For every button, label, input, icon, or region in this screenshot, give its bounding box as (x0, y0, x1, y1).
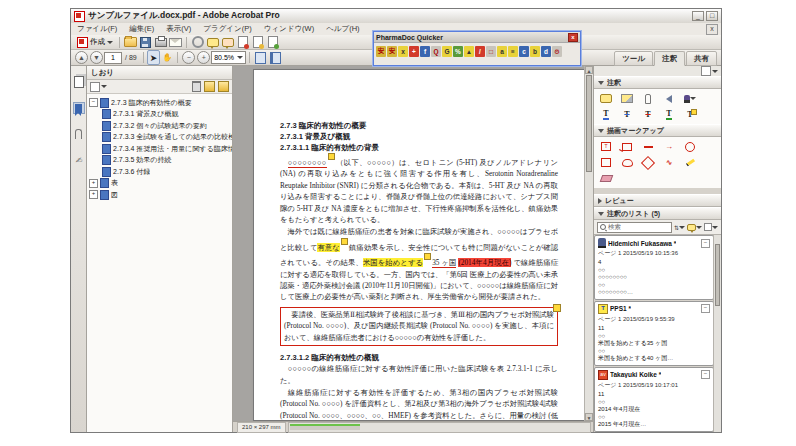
menu-help[interactable]: ヘルプ(H) (320, 24, 365, 34)
rectangle-annotation[interactable]: 要請後、医薬品第Ⅱ相試験終了後相談に基づき、第Ⅲ相の国内プラセボ対照試験 (Pr… (280, 307, 558, 346)
pharmadoc-icon-12[interactable]: a (497, 46, 507, 57)
single-page-view-icon[interactable] (254, 52, 267, 64)
maximize-button[interactable]: □ (706, 11, 718, 21)
collapse-comment-button[interactable]: − (701, 370, 710, 379)
new-bookmark-icon[interactable] (204, 81, 215, 92)
tab-tools[interactable]: ツール (614, 51, 653, 66)
panel-options-button[interactable] (701, 66, 718, 76)
note-marker-icon[interactable] (553, 304, 561, 312)
pharmadoc-icon-16[interactable]: d (541, 46, 551, 57)
note-marker-icon[interactable] (328, 153, 335, 160)
bookmark-item[interactable]: 2.7.3.1 背景及び概観 (89, 109, 232, 121)
comment-card[interactable]: av Takayuki Koike * − ページ 1 2015/05/19 1… (594, 367, 714, 432)
collapse-icon[interactable]: − (89, 98, 98, 107)
hand-tool-button[interactable]: ✋ (160, 51, 174, 64)
bookmark-item[interactable]: − 2.7.3 臨床的有効性の概要 (89, 97, 232, 109)
note-marker-icon[interactable] (424, 253, 431, 260)
note-marker-icon[interactable] (341, 238, 348, 245)
attachments-icon[interactable] (73, 128, 85, 140)
document-horizontal-scrollbar[interactable] (288, 422, 591, 433)
collapse-comment-button[interactable]: − (701, 239, 710, 248)
pharmadoc-icon-3[interactable]: x (398, 46, 408, 57)
fit-page-view-icon[interactable] (269, 52, 282, 64)
bookmark-item[interactable]: 2.7.3.5 効果の持続 (89, 155, 232, 167)
menu-window[interactable]: ウィンドウ(W) (258, 24, 320, 34)
section-annotations[interactable]: 注釈 (594, 76, 721, 89)
underline-icon[interactable]: T (663, 109, 675, 120)
arrow-icon[interactable]: → (663, 141, 675, 152)
signatures-icon[interactable]: ✍ (73, 154, 85, 166)
yellow-highlight-annotation[interactable]: 有意な (317, 243, 339, 252)
eraser-icon[interactable] (600, 173, 612, 184)
pharmadoc-icon-10[interactable]: / (475, 46, 485, 57)
bookmark-item[interactable]: 2.7.3.3 全試験を通しての結果の比較検討 (89, 132, 232, 144)
comment-edit-icon[interactable] (221, 36, 234, 48)
comment-icon[interactable] (206, 36, 219, 48)
select-tool-button[interactable]: ➤ (147, 50, 161, 65)
menu-edit[interactable]: 編集(E) (123, 24, 160, 34)
sort-comments-button[interactable]: ⇅ (674, 224, 685, 231)
cloud-icon[interactable] (621, 157, 633, 168)
pharmadoc-icon-8[interactable]: % (453, 46, 463, 57)
highlight-text-icon[interactable] (621, 93, 633, 104)
insert-text-icon[interactable]: T (600, 109, 612, 120)
bookmarks-icon[interactable] (73, 102, 85, 114)
zoom-out-button[interactable]: − (182, 51, 195, 64)
stamp-icon[interactable] (684, 93, 696, 104)
pharmadoc-icon-13[interactable]: ≡ (508, 46, 518, 57)
freehand-icon[interactable]: ∿ (663, 157, 675, 168)
polygon-icon[interactable] (642, 157, 654, 168)
delete-bookmark-icon[interactable] (192, 81, 201, 92)
menu-file[interactable]: ファイル(F) (71, 24, 123, 34)
menu-plugin[interactable]: プラグイン(P) (197, 24, 257, 34)
bookmark-item[interactable]: 2.7.3.4 推奨用法・用量に関する臨床情報 (89, 143, 232, 155)
add-note-to-text-icon[interactable]: T (684, 109, 696, 120)
pharmadoc-icon-1[interactable]: 安 (376, 46, 386, 57)
callout-icon[interactable] (621, 141, 633, 152)
doc-red-seal-icon[interactable] (236, 36, 249, 48)
page-thumbnails-icon[interactable] (73, 76, 85, 88)
zoom-level-select[interactable]: 80.5% (211, 51, 246, 64)
minimize-button[interactable]: _ (692, 11, 704, 21)
create-pdf-button[interactable]: 作成 (74, 36, 116, 49)
section-review[interactable]: レビュー (594, 194, 721, 207)
close-document-button[interactable]: x (706, 24, 718, 35)
record-audio-icon[interactable] (663, 93, 675, 104)
doc-yellow-seal-icon[interactable] (251, 36, 264, 48)
pharmadoc-close-button[interactable]: x (568, 33, 578, 42)
expand-icon[interactable]: + (89, 190, 98, 199)
strikethrough-icon[interactable]: T (642, 109, 654, 120)
next-page-button[interactable]: ▼ (90, 51, 103, 64)
comment-card[interactable]: T PPS1 * − ページ 1 2015/05/19 9:55:39 11 ○… (594, 301, 714, 366)
pharmadoc-icon-9[interactable]: ▲ (464, 46, 474, 57)
open-folder-icon[interactable] (124, 36, 137, 48)
underline-annotation-text[interactable]: 35 ヶ国 (432, 258, 456, 268)
tab-comment[interactable]: 注釈 (654, 51, 685, 66)
bookmark-item[interactable]: 2.7.3.2 個々の試験結果の要約 (89, 120, 232, 132)
print-icon[interactable] (154, 36, 167, 48)
document-vertical-scrollbar[interactable]: ▲ ▼ (584, 66, 593, 421)
comments-scrollbar[interactable] (713, 235, 721, 432)
bookmarks-options-button[interactable] (90, 82, 107, 92)
filter-comments-button[interactable] (687, 224, 702, 231)
scroll-up-icon[interactable]: ▲ (585, 66, 593, 74)
pdf-page[interactable]: 2.7.3 臨床的有効性の概要 2.7.3.1 背景及び概観 2.7.3.1.1… (253, 69, 585, 421)
pharmadoc-icon-6[interactable]: Q (431, 46, 441, 57)
new-bookmark-from-structure-icon[interactable] (218, 81, 229, 92)
section-comments-list[interactable]: 注釈のリスト (5) (594, 207, 721, 220)
oval-icon[interactable] (684, 141, 696, 152)
expand-icon[interactable]: + (89, 179, 98, 188)
pharmadoc-title-bar[interactable]: PharmaDoc Quicker x (374, 32, 580, 43)
scroll-down-icon[interactable]: ▼ (585, 413, 593, 421)
rectangle-icon[interactable] (600, 157, 612, 168)
save-icon[interactable] (139, 36, 152, 48)
pharmadoc-icon-11[interactable]: □ (486, 46, 496, 57)
previous-page-button[interactable]: ▲ (75, 51, 88, 64)
tab-share[interactable]: 共有 (686, 51, 717, 66)
scrollbar-thumb[interactable] (586, 75, 592, 172)
text-box-icon[interactable]: T (600, 141, 612, 152)
sticky-note-icon[interactable] (600, 93, 612, 104)
attach-file-icon[interactable] (642, 93, 654, 104)
menu-view[interactable]: 表示(V) (160, 24, 197, 34)
pharmadoc-icon-7[interactable]: G (442, 46, 452, 57)
